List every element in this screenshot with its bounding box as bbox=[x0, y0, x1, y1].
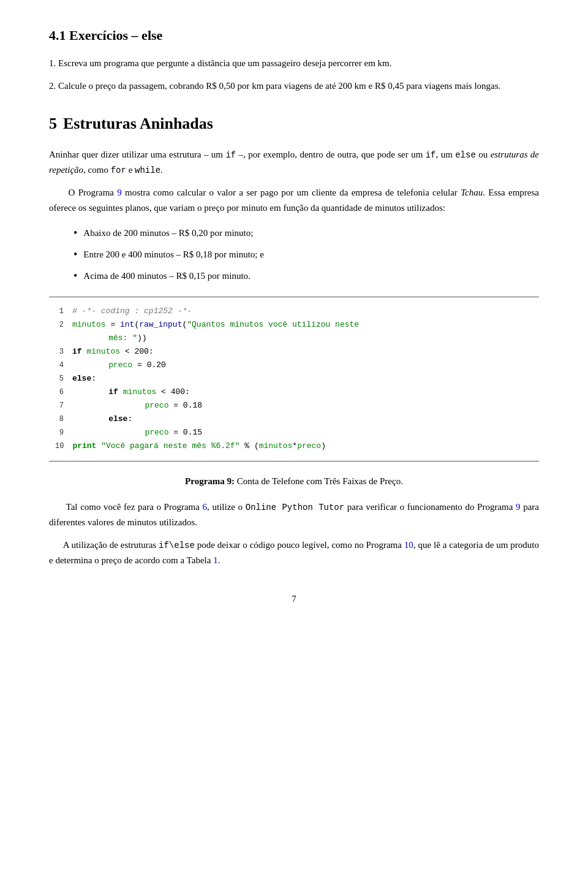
code-line-3: 3 if minutos < 200: bbox=[55, 345, 533, 359]
program-label: Programa 9: bbox=[185, 476, 235, 486]
program9-link[interactable]: 9 bbox=[117, 188, 122, 197]
code-block-container: 1 # -*- coding : cp1252 -*- 2 minutos = … bbox=[49, 297, 539, 462]
exercise-num-1: 1. bbox=[49, 58, 58, 68]
bullet-item-3: Acima de 400 minutos – R$ 0,15 por minut… bbox=[74, 268, 539, 284]
bullet-list: Abaixo de 200 minutos – R$ 0,20 por minu… bbox=[74, 226, 539, 284]
page-number: 7 bbox=[49, 593, 539, 606]
code-line-2: 2 minutos = int(raw_input("Quantos minut… bbox=[55, 318, 533, 332]
table1-link[interactable]: 1 bbox=[213, 555, 218, 565]
subsection-number: 4.1 bbox=[49, 28, 66, 43]
code-line-7: 7 preco = 0.18 bbox=[55, 399, 533, 412]
program6-link[interactable]: 6 bbox=[203, 502, 208, 512]
section5-para2: O Programa 9 mostra como calcular o valo… bbox=[49, 185, 539, 216]
program9-link2[interactable]: 9 bbox=[516, 502, 521, 512]
code-line-1: 1 # -*- coding : cp1252 -*- bbox=[55, 305, 533, 318]
subsection-heading: 4.1 Exercícios – else bbox=[49, 25, 539, 46]
exercise-num-2: 2. bbox=[49, 81, 58, 91]
post-code-para1: Tal como você fez para o Programa 6, uti… bbox=[49, 500, 539, 530]
post-code-para2: A utilização de estruturas if\else pode … bbox=[49, 538, 539, 568]
code-line-9: 9 preco = 0.15 bbox=[55, 426, 533, 439]
section5-title: Estruturas Aninhadas bbox=[63, 111, 213, 137]
section5-number: 5 bbox=[49, 111, 57, 137]
program10-link[interactable]: 10 bbox=[404, 540, 413, 550]
code-line-8: 8 else: bbox=[55, 412, 533, 426]
code-line-10: 10 print "Você pagará neste mês %6.2f" %… bbox=[55, 439, 533, 453]
program-caption: Programa 9: Conta de Telefone com Três F… bbox=[49, 474, 539, 489]
code-line-6: 6 if minutos < 400: bbox=[55, 386, 533, 399]
code-line-4: 4 preco = 0.20 bbox=[55, 359, 533, 372]
section5-heading: 5 Estruturas Aninhadas bbox=[49, 111, 539, 137]
bullet-item-2: Entre 200 e 400 minutos – R$ 0,18 por mi… bbox=[74, 247, 539, 262]
section5-para1: Aninhar quer dizer utilizar uma estrutur… bbox=[49, 147, 539, 178]
program-description: Conta de Telefone com Três Faixas de Pre… bbox=[237, 476, 403, 486]
code-line-2b: mês: ")) bbox=[55, 332, 533, 345]
page-content: 4.1 Exercícios – else 1. Escreva um prog… bbox=[49, 25, 539, 606]
exercise-item-1: 1. Escreva um programa que pergunte a di… bbox=[49, 56, 539, 71]
exercise-item-2: 2. Calcule o preço da passagem, cobrando… bbox=[49, 78, 539, 94]
bullet-item-1: Abaixo de 200 minutos – R$ 0,20 por minu… bbox=[74, 226, 539, 241]
code-block: 1 # -*- coding : cp1252 -*- 2 minutos = … bbox=[49, 302, 539, 456]
subsection-title: Exercícios – else bbox=[69, 28, 162, 43]
code-line-5: 5 else: bbox=[55, 372, 533, 386]
